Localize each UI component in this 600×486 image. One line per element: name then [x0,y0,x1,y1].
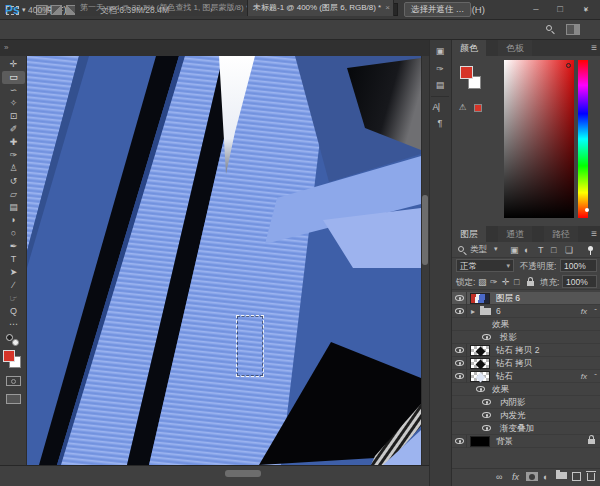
hue-slider[interactable] [578,60,588,218]
blend-mode-select[interactable]: 正常 ▾ [456,259,514,272]
zoom-tool[interactable]: Q [2,305,25,318]
filter-type-layers-icon[interactable]: T [538,242,544,258]
effect-drop-shadow-row[interactable]: 投影 [452,331,600,344]
opacity-select[interactable]: 100% ▾ [560,259,597,272]
pen-tool[interactable]: ✒ [2,240,25,253]
healing-brush-tool[interactable]: ✚ [2,136,25,149]
effect-inner-shadow-row[interactable]: 内阴影 [452,396,600,409]
move-tool[interactable]: ✛ [2,58,25,71]
layer-name[interactable]: 图层 6 [496,292,520,305]
character-panel-icon[interactable]: A⎸ [432,100,448,114]
saturation-brightness-field[interactable] [504,60,574,218]
layer-name[interactable]: 钻石 [496,370,513,383]
tab-swatches[interactable]: 色板 [498,40,532,56]
layer-visibility-toggle[interactable] [454,435,467,448]
layer-thumbnail[interactable] [470,436,490,447]
preset-caret-icon[interactable]: ▾ [22,6,26,14]
clone-source-panel-icon[interactable]: ▣ [432,44,448,58]
filter-pixel-layers-icon[interactable]: ▣ [510,242,519,258]
zoom-level[interactable]: 400% [28,5,50,15]
eye-icon[interactable] [476,386,485,392]
layer-visibility-toggle[interactable] [454,305,467,318]
effects-label[interactable]: 效果 [492,318,509,331]
effects-row[interactable]: 效果 [452,383,600,396]
foreground-color-swatch[interactable] [3,350,15,362]
eraser-tool[interactable]: ▱ [2,188,25,201]
layer-row-selected[interactable]: 图层 6 [452,292,600,305]
filter-pin-icon[interactable] [588,246,593,251]
chevron-down-icon[interactable]: ▾ [494,245,498,253]
new-group-icon[interactable] [556,472,567,479]
adjustment-layer-icon[interactable]: ◐ [543,469,548,485]
workspace-caret-icon[interactable]: ▾ [584,6,588,14]
layer-style-icon[interactable]: fx [512,469,519,485]
dodge-tool[interactable]: ○ [2,227,25,240]
link-layers-icon[interactable]: ∞ [496,469,502,485]
hand-tool[interactable]: ☞ [2,292,25,305]
document-tab-2-active[interactable]: 未标题-1 @ 400% (图层 6, RGB/8) *× [248,0,394,16]
effect-name[interactable]: 投影 [500,331,517,344]
vertical-scrollbar-thumb[interactable] [422,195,428,265]
type-tool[interactable]: T [2,253,25,266]
panel-menu-icon[interactable]: ≡ [591,42,597,53]
lock-pixels-icon[interactable]: ✑ [490,274,498,290]
blur-tool[interactable]: ◗ [2,214,25,227]
eye-icon[interactable] [482,412,491,418]
layer-visibility-toggle[interactable] [454,370,467,383]
gradient-tool[interactable]: ▤ [2,201,25,214]
layer-visibility-toggle[interactable] [454,357,467,370]
tab-channels[interactable]: 通道 [498,226,532,242]
fx-badge[interactable]: fx [581,370,587,383]
effects-label[interactable]: 效果 [492,383,509,396]
effect-name[interactable]: 渐变叠加 [500,422,534,435]
horizontal-scrollbar-thumb[interactable] [225,470,261,477]
new-layer-icon[interactable] [572,472,581,481]
filter-shape-layers-icon[interactable]: □ [551,242,556,258]
layer-row[interactable]: 钻石 拷贝 [452,357,600,370]
delete-layer-icon[interactable] [587,473,595,481]
expand-arrow-icon[interactable]: ▸ [471,305,475,318]
layer-thumbnail[interactable] [470,371,490,382]
eyedropper-tool[interactable]: ✐ [2,123,25,136]
brush-presets-panel-icon[interactable]: ▤ [432,78,448,92]
effects-row[interactable]: 效果 [452,318,600,331]
collapse-fx-icon[interactable]: ˆ [594,305,597,318]
layer-visibility-toggle[interactable] [454,292,467,305]
brush-settings-panel-icon[interactable]: ✑ [432,62,448,76]
layer-row[interactable]: 钻石 fx ˆ [452,370,600,383]
maximize-button[interactable]: □ [552,3,568,14]
lasso-tool[interactable]: ∽ [2,84,25,97]
history-brush-tool[interactable]: ↺ [2,175,25,188]
background-layer-row[interactable]: 背景 [452,435,600,448]
filter-smart-objects-icon[interactable]: ❏ [565,242,573,258]
filter-adjustment-layers-icon[interactable]: ◐ [524,242,529,258]
toolbar-collapse-icon[interactable]: » [4,43,8,52]
selection-marching-ants[interactable] [236,315,264,377]
add-layer-mask-icon[interactable] [526,472,538,481]
tab-paths[interactable]: 路径 [544,226,578,242]
paragraph-panel-icon[interactable]: ¶ [432,116,448,130]
path-selection-tool[interactable]: ➤ [2,266,25,279]
quick-mask-icon[interactable] [6,376,21,386]
fx-badge[interactable]: fx [581,305,587,318]
eye-icon[interactable] [482,425,491,431]
gamut-color-chip[interactable] [474,104,482,112]
status-flyout-icon[interactable]: › [210,5,213,15]
layer-thumbnail[interactable] [470,345,490,356]
layer-visibility-toggle[interactable] [454,344,467,357]
canvas[interactable] [27,56,421,465]
lock-artboard-icon[interactable]: □ [514,274,519,290]
marquee-preset-icon[interactable] [6,6,19,15]
workspace-switcher-icon[interactable] [566,24,580,35]
rectangular-marquee-tool[interactable]: ▭ [2,71,25,84]
tab-layers[interactable]: 图层 [452,226,486,242]
lock-position-icon[interactable]: ✛ [502,274,510,290]
layer-row[interactable]: 钻石 拷贝 2 [452,344,600,357]
lock-all-icon[interactable] [527,281,534,286]
switch-colors-icon[interactable] [12,339,19,346]
effect-name[interactable]: 内阴影 [500,396,526,409]
eye-icon[interactable] [482,334,491,340]
filter-type-label[interactable]: 类型 [470,244,487,256]
foreground-color-swatch[interactable] [460,66,473,79]
collapse-fx-icon[interactable]: ˆ [594,370,597,383]
